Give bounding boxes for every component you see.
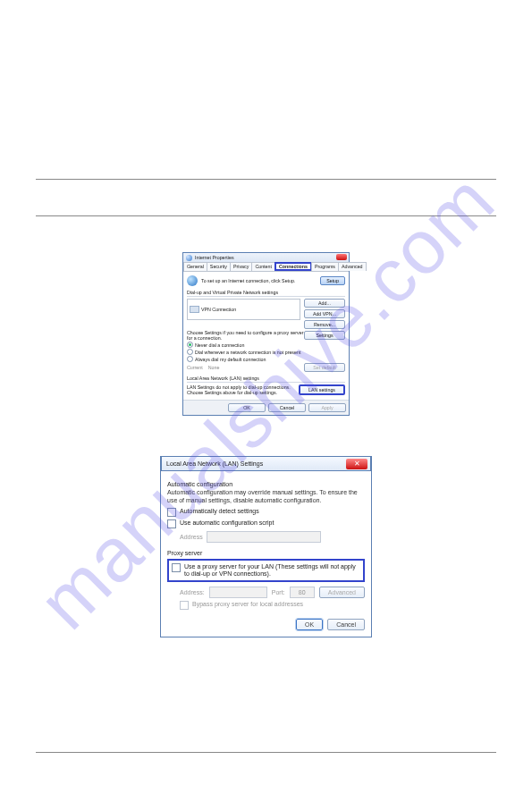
- radio-never[interactable]: [187, 342, 193, 348]
- setup-intro-text: To set up an Internet connection, click …: [201, 278, 317, 283]
- settings-note: Choose Settings if you need to configure…: [187, 330, 304, 341]
- advanced-button[interactable]: Advanced: [319, 587, 365, 598]
- close-icon[interactable]: [336, 254, 347, 260]
- group-proxy-label: Proxy server: [167, 550, 365, 556]
- internet-properties-dialog: Internet Properties General Security Pri…: [182, 252, 350, 416]
- tab-privacy[interactable]: Privacy: [230, 262, 252, 271]
- tab-programs[interactable]: Programs: [311, 262, 339, 271]
- add-button[interactable]: Add...: [304, 299, 345, 308]
- tab-security[interactable]: Security: [207, 262, 231, 271]
- lan-note: LAN Settings do not apply to dial-up con…: [187, 384, 299, 395]
- current-value: None: [208, 365, 220, 370]
- current-label: Current: [187, 365, 203, 370]
- checkbox-use-proxy-label: Use a proxy server for your LAN (These s…: [184, 563, 360, 578]
- vpn-icon: [190, 306, 199, 313]
- proxy-port-label: Port:: [272, 589, 285, 595]
- proxy-address-label: Address:: [180, 589, 205, 595]
- proxy-address-input[interactable]: [209, 587, 267, 598]
- settings-button[interactable]: Settings: [304, 331, 345, 340]
- titlebar: Internet Properties: [183, 253, 349, 262]
- radio-when-label: Dial whenever a network connection is no…: [195, 350, 300, 355]
- cancel-button[interactable]: Cancel: [327, 619, 365, 630]
- connections-listbox[interactable]: VPN Connection: [187, 299, 300, 320]
- radio-always-label: Always dial my default connection: [195, 357, 266, 362]
- checkbox-use-proxy[interactable]: [172, 563, 181, 572]
- checkbox-auto-script[interactable]: [167, 519, 176, 528]
- lan-settings-dialog: Local Area Network (LAN) Settings ✕ Auto…: [160, 456, 372, 637]
- vpn-item-label: VPN Connection: [201, 307, 236, 312]
- tab-connections[interactable]: Connections: [274, 262, 312, 271]
- address-label: Address: [180, 534, 203, 540]
- setup-button[interactable]: Setup: [320, 276, 345, 285]
- checkbox-auto-detect[interactable]: [167, 508, 176, 517]
- radio-never-label: Never dial a connection: [195, 342, 244, 348]
- auto-desc: Automatic configuration may override man…: [167, 489, 365, 504]
- group-lan-label: Local Area Network (LAN) settings: [187, 376, 345, 383]
- window-icon: [186, 255, 192, 261]
- tab-advanced[interactable]: Advanced: [338, 262, 367, 271]
- checkbox-auto-detect-label: Automatically detect settings: [180, 508, 259, 514]
- tab-general[interactable]: General: [183, 262, 207, 271]
- window-title: Internet Properties: [195, 255, 234, 260]
- radio-when[interactable]: [187, 349, 193, 355]
- section-divider: [36, 179, 496, 180]
- group-auto-label: Automatic configuration: [167, 481, 365, 487]
- checkbox-bypass-label: Bypass proxy server for local addresses: [192, 601, 303, 607]
- checkbox-bypass[interactable]: [180, 601, 189, 610]
- apply-button[interactable]: Apply: [308, 403, 346, 412]
- checkbox-auto-script-label: Use automatic configuration script: [180, 519, 274, 526]
- group-dialup-label: Dial-up and Virtual Private Network sett…: [187, 290, 345, 297]
- proxy-highlight-box: Use a proxy server for your LAN (These s…: [167, 559, 365, 582]
- ok-button[interactable]: OK: [296, 619, 323, 630]
- close-icon[interactable]: ✕: [346, 459, 367, 469]
- radio-always[interactable]: [187, 356, 193, 362]
- address-input[interactable]: [207, 531, 321, 543]
- window-title: Local Area Network (LAN) Settings: [166, 460, 263, 467]
- cancel-button[interactable]: Cancel: [268, 403, 306, 412]
- set-default-button[interactable]: Set default: [304, 363, 345, 372]
- add-vpn-button[interactable]: Add VPN...: [304, 309, 345, 318]
- proxy-port-input[interactable]: 80: [290, 587, 315, 598]
- remove-button[interactable]: Remove...: [304, 320, 345, 329]
- tab-strip: General Security Privacy Content Connect…: [183, 262, 349, 272]
- ok-button[interactable]: OK: [228, 403, 266, 412]
- footer-divider: [36, 752, 496, 753]
- titlebar: Local Area Network (LAN) Settings ✕: [161, 456, 371, 471]
- section-divider: [36, 215, 496, 216]
- lan-settings-button[interactable]: LAN settings: [299, 384, 345, 395]
- tab-content[interactable]: Content: [251, 262, 275, 271]
- globe-icon: [187, 275, 198, 286]
